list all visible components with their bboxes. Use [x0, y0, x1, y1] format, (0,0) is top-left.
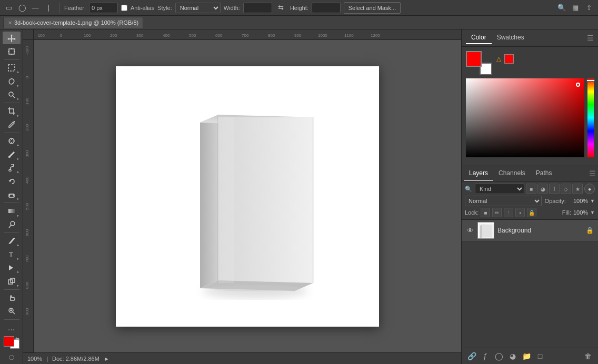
sep-left-3 [4, 133, 19, 133]
expand-icon[interactable]: ► [104, 356, 109, 362]
lock-move-btn[interactable]: ⋮ [504, 208, 513, 217]
history-brush-tool[interactable] [3, 175, 21, 187]
fg-color-picker[interactable] [466, 51, 482, 67]
channels-tab[interactable]: Channels [493, 166, 531, 181]
stamp-tool[interactable]: ► [3, 161, 21, 174]
filter-smart-btn[interactable]: ★ [572, 184, 583, 194]
eyedropper-tool[interactable] [3, 118, 21, 131]
canvas-row: -100 0 100 200 300 400 500 600 700 800 9… [23, 40, 461, 352]
filter-toggle[interactable]: ● [584, 184, 595, 194]
new-group-btn[interactable]: 📁 [521, 350, 532, 362]
marquee-ellipse-icon[interactable]: ◯ [16, 2, 28, 14]
brush-tool[interactable]: ► [3, 148, 21, 160]
top-toolbar: ▭ ◯ — ∣ Feather: Anti-alias Style: Norma… [0, 0, 598, 16]
shape-tool[interactable]: ► [3, 275, 21, 287]
svg-text:800: 800 [25, 281, 29, 289]
color-tab[interactable]: Color [466, 32, 492, 44]
layer-item-background[interactable]: 👁 Background 🔒 [462, 220, 598, 241]
svg-text:200: 200 [110, 33, 117, 38]
color-section: △ [462, 47, 598, 166]
width-input[interactable] [243, 3, 272, 13]
left-toolbar: ► ► ► ► ► ► ► [0, 29, 23, 364]
svg-text:900: 900 [25, 308, 29, 315]
tab-close-icon[interactable]: ✕ [8, 20, 12, 26]
layer-fx-btn[interactable]: ƒ [480, 350, 491, 362]
feather-input[interactable] [89, 3, 118, 13]
add-mask-btn[interactable]: ◯ [493, 350, 505, 362]
text-tool[interactable]: T ► [3, 248, 21, 260]
swap-colors-icon[interactable]: ⇆ [15, 336, 19, 341]
alt-color-swatch[interactable] [504, 54, 514, 64]
anti-alias-checkbox[interactable] [121, 5, 127, 11]
lock-artboard-btn[interactable]: ▪ [515, 208, 525, 217]
svg-text:-100: -100 [25, 46, 29, 55]
svg-text:900: 900 [294, 33, 302, 38]
style-select[interactable]: Normal Fixed Ratio Fixed Size [175, 3, 221, 13]
svg-text:300: 300 [25, 150, 29, 157]
marquee-row-icon[interactable]: — [29, 2, 41, 14]
marquee-col-icon[interactable]: ∣ [43, 2, 54, 14]
sub-arrow: ► [17, 170, 20, 174]
style-label: Style: [157, 5, 172, 11]
filter-adj-btn[interactable]: ◕ [537, 184, 548, 194]
hue-bar[interactable] [587, 78, 594, 157]
svg-rect-17 [8, 209, 15, 213]
paths-tab[interactable]: Paths [531, 166, 557, 181]
extra-tools[interactable]: … [3, 321, 21, 334]
marquee-tool[interactable]: ► [3, 62, 21, 74]
new-layer-btn[interactable]: □ [534, 350, 546, 362]
filter-shape-btn[interactable]: ◇ [561, 184, 571, 194]
sub-arrow: ► [17, 284, 20, 287]
lock-all-btn[interactable]: 🔒 [527, 208, 536, 217]
lock-px-btn[interactable]: ■ [481, 208, 490, 217]
fill-expand-icon[interactable]: ▼ [590, 210, 595, 215]
lasso-tool[interactable]: ► [3, 75, 21, 87]
hand-tool[interactable] [3, 291, 21, 304]
new-adj-btn[interactable]: ◕ [507, 350, 519, 362]
svg-text:600: 600 [215, 33, 223, 38]
link-layers-btn[interactable]: 🔗 [466, 350, 477, 362]
blend-mode-select[interactable]: Normal [465, 196, 542, 206]
layer-visibility-eye[interactable]: 👁 [466, 227, 474, 235]
dodge-tool[interactable] [3, 218, 21, 231]
share-icon[interactable]: ⇧ [583, 2, 595, 14]
layer-filter-select[interactable]: Kind [475, 184, 524, 194]
filter-pixel-btn[interactable]: ■ [526, 184, 536, 194]
height-input[interactable] [312, 3, 341, 13]
lock-draw-btn[interactable]: ✏ [492, 208, 502, 217]
sub-arrow: ► [17, 244, 20, 247]
layers-tab[interactable]: Layers [464, 166, 493, 181]
quick-select-tool[interactable]: ► [3, 88, 21, 101]
height-label: Height: [290, 5, 308, 11]
search-icon[interactable]: 🔍 [556, 2, 567, 14]
filter-text-btn[interactable]: T [549, 184, 560, 194]
move-tool[interactable] [3, 32, 21, 44]
color-saturation-picker[interactable] [466, 78, 584, 157]
svg-rect-1 [9, 49, 14, 54]
fg-color-swatch[interactable] [4, 336, 14, 347]
eraser-tool[interactable]: ► [3, 188, 21, 201]
select-mask-button[interactable]: Select and Mask... [344, 2, 401, 14]
opacity-expand-icon[interactable]: ▼ [590, 198, 595, 204]
document-tab[interactable]: ✕ 3d-book-cover-template-1.png @ 100% (R… [3, 17, 143, 28]
artboard-tool[interactable] [3, 45, 21, 57]
pen-tool[interactable]: ► [3, 235, 21, 247]
crop-tool[interactable]: ► [3, 105, 21, 117]
color-panel-menu[interactable]: ☰ [587, 34, 594, 42]
quick-mask-btn[interactable]: ◯ [9, 355, 14, 360]
layers-panel-menu[interactable]: ☰ [589, 169, 596, 178]
svg-text:300: 300 [136, 33, 144, 38]
zoom-tool[interactable] [3, 305, 21, 317]
path-select-tool[interactable]: ► [3, 261, 21, 274]
gradient-tool[interactable]: ► [3, 205, 21, 217]
swap-dimensions-icon[interactable]: ⇆ [275, 2, 287, 14]
doc-tab-title: 3d-book-cover-template-1.png @ 100% (RGB… [14, 19, 138, 26]
delete-layer-btn[interactable]: 🗑 [582, 350, 594, 362]
patch-tool[interactable]: ► [3, 135, 21, 147]
arrange-windows-icon[interactable]: ▦ [570, 2, 581, 14]
fill-value: 100% [573, 209, 588, 216]
canvas-scroll[interactable] [34, 40, 461, 352]
swatches-tab[interactable]: Swatches [492, 32, 530, 44]
ruler-horizontal: -1000100 200300400 500600700 8009001000 … [34, 29, 461, 40]
marquee-rect-icon[interactable]: ▭ [3, 2, 15, 14]
